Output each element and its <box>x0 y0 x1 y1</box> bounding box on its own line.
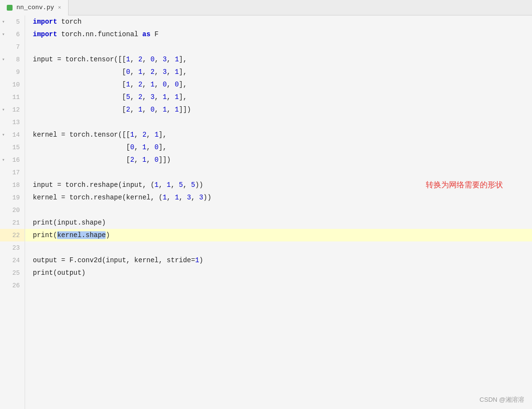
line-number: 20 <box>0 204 25 216</box>
line-number: 24 <box>0 254 25 267</box>
line-number: 18 <box>0 179 25 191</box>
code-line <box>33 241 532 254</box>
line-number: ▾6 <box>0 28 25 41</box>
fold-icon[interactable]: ▾ <box>2 56 5 62</box>
code-line: [1, 2, 1, 0, 0], <box>33 78 532 91</box>
code-line <box>33 279 532 292</box>
line-number: 21 <box>0 216 25 229</box>
fold-icon[interactable]: ▾ <box>2 132 5 138</box>
code-line: [0, 1, 0], <box>33 141 532 154</box>
code-line: [0, 1, 2, 3, 1], <box>33 66 532 78</box>
code-line <box>33 204 532 216</box>
file-tab[interactable]: nn_conv.py × <box>0 0 69 15</box>
line-number: 22 <box>0 229 25 241</box>
fold-icon[interactable]: ▾ <box>2 157 5 163</box>
line-number: ▾8 <box>0 53 25 66</box>
code-line <box>33 166 532 179</box>
code-line: print(kernel.shape) <box>25 229 532 241</box>
code-line: import torch <box>33 15 532 28</box>
line-number: 26 <box>0 279 25 292</box>
code-line <box>33 41 532 53</box>
line-number: 15 <box>0 141 25 154</box>
watermark: CSDN @湘溶溶 <box>479 395 524 404</box>
line-numbers: ▾5▾67▾891011▾1213▾1415▾16171819202122232… <box>0 15 25 409</box>
line-number: 10 <box>0 78 25 91</box>
line-number: 13 <box>0 116 25 128</box>
line-number: ▾12 <box>0 103 25 116</box>
code-line: [5, 2, 3, 1, 1], <box>33 91 532 103</box>
line-number: 25 <box>0 267 25 279</box>
code-line: input = torch.tensor([[1, 2, 0, 3, 1], <box>33 53 532 66</box>
fold-icon[interactable]: ▾ <box>2 107 5 113</box>
code-line <box>33 116 532 128</box>
line-number: 23 <box>0 241 25 254</box>
tab-bar: nn_conv.py × <box>0 0 532 15</box>
line-number: 19 <box>0 191 25 204</box>
line-number: 9 <box>0 66 25 78</box>
code-line: [2, 1, 0, 1, 1]]) <box>33 103 532 116</box>
annotation: 转换为网络需要的形状 <box>426 180 503 190</box>
file-icon <box>7 5 13 11</box>
code-line: import torch.nn.functional as F <box>33 28 532 41</box>
line-number: 7 <box>0 41 25 53</box>
editor-body: ▾5▾67▾891011▾1213▾1415▾16171819202122232… <box>0 15 532 409</box>
code-line: kernel = torch.reshape(kernel, (1, 1, 3,… <box>33 191 532 204</box>
fold-icon[interactable]: ▾ <box>2 19 5 25</box>
code-line: output = F.conv2d(input, kernel, stride=… <box>33 254 532 267</box>
line-number: ▾14 <box>0 128 25 141</box>
line-number: 17 <box>0 166 25 179</box>
tab-filename: nn_conv.py <box>16 4 54 11</box>
editor-window: nn_conv.py × ▾5▾67▾891011▾1213▾1415▾1617… <box>0 0 532 409</box>
code-line: kernel = torch.tensor([[1, 2, 1], <box>33 128 532 141</box>
line-number: ▾5 <box>0 15 25 28</box>
code-line: print(input.shape) <box>33 216 532 229</box>
line-number: 11 <box>0 91 25 103</box>
fold-icon[interactable]: ▾ <box>2 31 5 37</box>
code-line: print(output) <box>33 267 532 279</box>
code-area[interactable]: import torchimport torch.nn.functional a… <box>25 15 532 409</box>
code-line: input = torch.reshape(input, (1, 1, 5, 5… <box>33 179 532 191</box>
code-line: [2, 1, 0]]) <box>33 154 532 166</box>
tab-close-button[interactable]: × <box>58 5 61 11</box>
line-number: ▾16 <box>0 154 25 166</box>
